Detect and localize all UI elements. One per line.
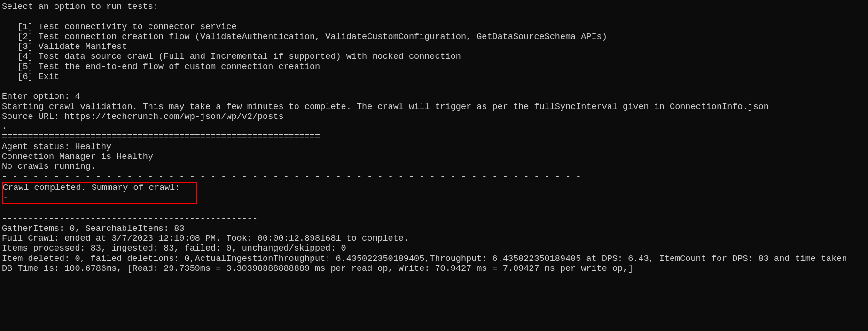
db-time: DB Time is: 100.6786ms, [Read: 29.7359ms…	[2, 264, 633, 274]
agent-status: Agent status: Healthy	[2, 142, 111, 152]
dot: .	[2, 122, 7, 132]
source-url: Source URL: https://techcrunch.com/wp-js…	[2, 112, 284, 122]
full-crawl-ended: Full Crawl: ended at 3/7/2023 12:19:08 P…	[2, 234, 409, 244]
option-1: [1] Test connectivity to connector servi…	[17, 22, 236, 32]
option-3: [3] Validate Manifest	[17, 42, 127, 52]
input-prompt: Enter option:	[2, 92, 70, 102]
crawl-summary-header: Crawl completed. Summary of crawl:	[3, 183, 180, 193]
option-5: [5] Test the end-to-end flow of custom c…	[17, 62, 320, 72]
divider-dash-2: ----------------------------------------…	[2, 214, 258, 224]
input-value[interactable]: 4	[75, 92, 80, 102]
option-4: [4] Test data source crawl (Full and Inc…	[17, 52, 461, 62]
prompt-header: Select an option to run tests:	[2, 2, 158, 12]
option-2: [2] Test connection creation flow (Valid…	[17, 32, 607, 42]
starting-msg: Starting crawl validation. This may take…	[2, 102, 769, 112]
option-6: [6] Exit	[17, 72, 59, 82]
crawls-status: No crawls running.	[2, 162, 96, 172]
item-deleted: Item deleted: 0, failed deletions: 0,Act…	[2, 254, 847, 264]
divider-dash: - - - - - - - - - - - - - - - - - - - - …	[2, 172, 581, 182]
divider-eq: ========================================…	[2, 132, 320, 142]
gather-items: GatherItems: 0, SearchableItems: 83	[2, 224, 185, 234]
conn-mgr-status: Connection Manager is Healthy	[2, 152, 153, 162]
items-processed: Items processed: 83, ingested: 83, faile…	[2, 244, 346, 253]
